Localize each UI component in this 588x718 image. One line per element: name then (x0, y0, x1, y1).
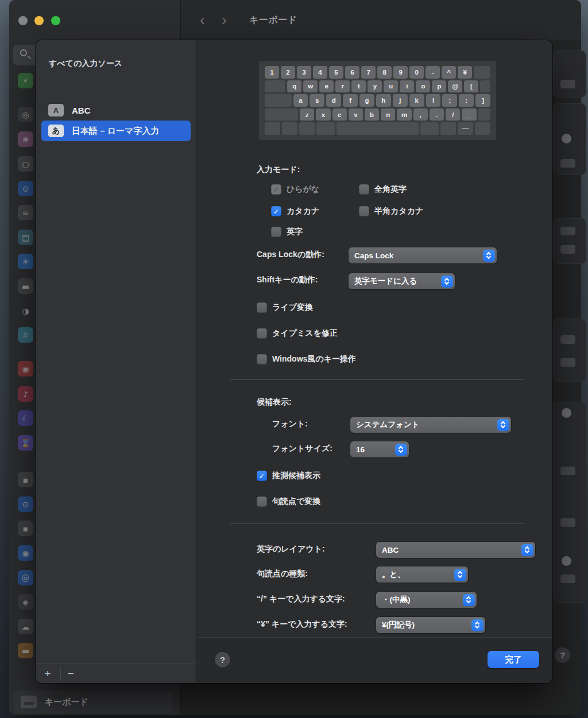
menu-bar-icon: ▬ (18, 278, 33, 294)
remove-input-source-button[interactable]: − (62, 666, 79, 682)
key-blank (299, 122, 315, 135)
done-button[interactable]: 完了 (488, 651, 539, 668)
key-;: ; (442, 94, 457, 107)
input-mode-checkbox[interactable]: 全角英字 (359, 184, 407, 195)
checkbox[interactable]: ✓ (257, 471, 267, 481)
background-control (562, 556, 571, 566)
add-remove-divider (60, 667, 61, 680)
layout-row-label: 句読点の種類: (257, 569, 308, 579)
background-control (560, 335, 575, 344)
candidate-display-label: 候補表示: (257, 397, 292, 407)
key-blank (282, 122, 297, 135)
close-button[interactable] (18, 16, 28, 25)
checkbox[interactable] (359, 206, 369, 216)
add-input-source-button[interactable]: + (39, 666, 56, 682)
font-dropdown[interactable]: システムフォント (350, 417, 511, 433)
key-3: 3 (297, 66, 311, 79)
yen-key-dropdown[interactable]: ¥(円記号) (376, 617, 485, 633)
caps-lock-dropdown[interactable]: Caps Lock (349, 247, 497, 263)
checkbox[interactable] (271, 227, 281, 237)
checkbox[interactable] (257, 302, 267, 313)
candidate-checkbox[interactable]: ✓推測候補表示 (257, 471, 320, 481)
background-help-button: ? (555, 647, 570, 663)
key-d: d (326, 94, 341, 107)
key-4: 4 (313, 66, 327, 79)
checkbox-label: 英字 (287, 227, 303, 237)
key-y: y (368, 80, 382, 93)
back-icon[interactable]: ‹ (200, 11, 222, 29)
screensaver-icon: ☼ (18, 327, 33, 343)
dropdown-value: 。と、 (376, 569, 454, 580)
notifications-icon: ◉ (18, 361, 33, 377)
key-blank (440, 122, 456, 135)
section-divider (230, 523, 524, 524)
key-g: g (359, 94, 374, 107)
dropdown-value: システムフォント (350, 420, 497, 430)
checkbox[interactable] (257, 496, 267, 507)
key-q: q (287, 80, 301, 93)
keyboard-layout-preview: 1234567890-^¥qwertyuiop@[asdfghjkl;:]zxc… (258, 60, 497, 141)
key-i: i (400, 80, 414, 93)
minimize-button[interactable] (34, 16, 44, 25)
candidate-checkbox[interactable]: 句読点で変換 (257, 496, 320, 507)
punctuation-dropdown[interactable]: 。と、 (376, 566, 468, 583)
help-button[interactable]: ? (215, 652, 230, 667)
dropdown-value: 英字モードに入る (349, 276, 441, 286)
control-center-icon: ≡ (18, 205, 33, 220)
input-mode-label: 入力モード: (257, 165, 300, 175)
sidebar-item-keyboard: キーボード (14, 690, 172, 713)
checkbox[interactable] (257, 354, 267, 364)
input-source-item[interactable]: AABC (41, 100, 191, 121)
background-panel (553, 218, 586, 264)
input-source-sheet: すべての入力ソース AABCあ日本語 – ローマ字入力 + − 12345678… (36, 40, 552, 683)
option-checkbox[interactable]: タイプミスを修正 (257, 328, 338, 339)
key-p: p (432, 80, 446, 93)
checkbox[interactable] (257, 328, 267, 339)
background-panel (553, 103, 586, 175)
key-^: ^ (442, 66, 456, 79)
key-blank (474, 66, 490, 79)
key-,: , (413, 108, 428, 121)
input-mode-checkbox[interactable]: ✓カタカナ (271, 206, 319, 216)
checkbox-label: ライブ変換 (272, 302, 313, 313)
key-/: / (446, 108, 460, 121)
input-mode-checkbox[interactable]: 英字 (271, 227, 303, 237)
background-control (560, 159, 575, 168)
internet-accounts-icon: @ (18, 570, 33, 585)
background-panel (553, 402, 586, 603)
font-size-dropdown[interactable]: 16 (350, 441, 409, 457)
checkbox[interactable] (359, 184, 369, 195)
focus-icon: ☾ (18, 410, 33, 426)
key-m: m (397, 108, 411, 121)
key-blank (475, 122, 490, 135)
stepper-icon (471, 619, 483, 631)
key-h: h (376, 94, 391, 107)
search-icon (20, 49, 27, 56)
forward-icon[interactable]: › (222, 11, 243, 29)
key-x: x (316, 108, 330, 121)
option-checkbox[interactable]: Windows風のキー操作 (257, 354, 356, 364)
checkbox-label: 半角カタカナ (374, 206, 423, 216)
input-mode-checkbox[interactable]: 半角カタカナ (359, 206, 423, 216)
option-checkbox[interactable]: ライブ変換 (257, 302, 313, 313)
input-source-list-header: すべての入力ソース (49, 59, 122, 69)
users-icon: ◉ (18, 545, 33, 561)
checkbox-label: タイプミスを修正 (272, 328, 338, 339)
checkbox-label: 全角英字 (374, 184, 407, 195)
slash-key-dropdown[interactable]: ・(中黒) (376, 592, 477, 608)
key--: - (425, 66, 440, 79)
key-_: _ (462, 108, 476, 121)
key-blank (420, 122, 439, 135)
checkbox-label: Windows風のキー操作 (272, 354, 356, 364)
wallpaper-icon: ❀ (18, 131, 33, 147)
checkbox[interactable]: ✓ (271, 206, 281, 216)
window-title: キーボード (249, 14, 297, 26)
key-k: k (409, 94, 424, 107)
shift-key-dropdown[interactable]: 英字モードに入る (349, 273, 455, 289)
zoom-button[interactable] (51, 16, 60, 25)
input-source-item[interactable]: あ日本語 – ローマ字入力 (41, 121, 191, 141)
key-7: 7 (361, 66, 376, 79)
romaji-layout-dropdown[interactable]: ABC (376, 542, 535, 558)
dropdown-value: ・(中黒) (376, 595, 463, 605)
key-v: v (349, 108, 363, 121)
